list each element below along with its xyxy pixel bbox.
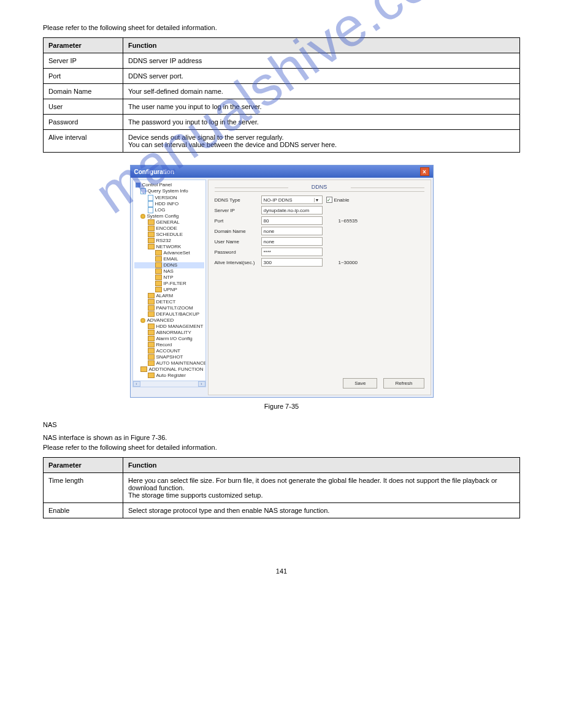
tree-version[interactable]: VERSION [134, 195, 204, 201]
figure-caption: Figure 7-35 [43, 403, 520, 410]
cell-param: User [44, 99, 123, 115]
tree-advanced[interactable]: ADVANCED [134, 317, 204, 324]
config-screenshot: Configuration × Control Panel Query Syst… [130, 165, 434, 398]
cell-func: Here you can select file size. For burn … [123, 473, 520, 503]
table-row: UserThe user name you input to log in th… [44, 99, 520, 115]
tree-alarm[interactable]: ALARM [134, 293, 204, 299]
tree-email[interactable]: EMAIL [134, 256, 204, 262]
label-password: Password [215, 249, 261, 255]
cell-func: Select storage protocol type and then en… [123, 503, 520, 518]
tree-schedule[interactable]: SCHEDULE [134, 232, 204, 238]
table1-head-func: Function [123, 38, 520, 53]
refresh-button[interactable]: Refresh [383, 378, 424, 389]
ddns-param-table: Parameter Function Server IPDDNS server … [43, 37, 520, 153]
ddns-type-select[interactable]: NO-IP DDNS ▼ [261, 195, 323, 204]
nav-tree[interactable]: Control Panel Query System Info VERSION … [132, 180, 206, 381]
table-row: PortDDNS server port. [44, 69, 520, 84]
cell-func: Device sends out alive signal to the ser… [123, 130, 520, 153]
table-row: PasswordThe password you input to log in… [44, 115, 520, 130]
user-name-input[interactable]: none [261, 237, 323, 246]
cell-func: DDNS server IP address [123, 53, 520, 69]
tree-upnp[interactable]: UPNP [134, 287, 204, 293]
label-domain-name: Domain Name [215, 229, 261, 234]
tree-encode[interactable]: ENCODE [134, 226, 204, 232]
nas-paragraph: NAS interface is shown as in Figure 7-36… [43, 433, 520, 452]
label-ddns-type: DDNS Type [215, 197, 261, 203]
tree-ddns[interactable]: DDNS [134, 262, 204, 268]
tree-ntp[interactable]: NTP [134, 275, 204, 281]
alive-interval-input[interactable]: 300 [261, 258, 323, 267]
tree-ipfilter[interactable]: IP-FILTER [134, 281, 204, 287]
window-title: Configuration [134, 169, 175, 175]
server-ip-input[interactable]: dynupdate.no-ip.com [261, 206, 323, 214]
checkbox-icon: ✓ [326, 197, 332, 203]
table1-head-param: Parameter [44, 38, 123, 53]
tree-log[interactable]: LOG [134, 207, 204, 213]
tree-alarm-io[interactable]: Alarm I/O Config [134, 336, 204, 342]
cell-func: Your self-defined domain name. [123, 84, 520, 99]
page-number: 141 [43, 567, 520, 575]
cell-func: The user name you input to log in the se… [123, 99, 520, 115]
tree-control-panel[interactable]: Control Panel [134, 182, 204, 188]
cell-param: Port [44, 69, 123, 84]
tree-nas[interactable]: NAS [134, 268, 204, 275]
ddns-type-value: NO-IP DDNS [264, 197, 293, 203]
cell-param: Time length [44, 473, 123, 503]
intro-paragraph: Please refer to the following sheet for … [43, 23, 520, 32]
tree-record[interactable]: Record [134, 342, 204, 348]
close-icon[interactable]: × [420, 167, 429, 176]
chevron-down-icon: ▼ [314, 198, 320, 202]
tree-auto-maint[interactable]: AUTO MAINTENANCE [134, 360, 204, 366]
table-row: Enable Select storage protocol type and … [44, 503, 520, 518]
cell-param: Alive interval [44, 130, 123, 153]
tree-scrollbar[interactable]: ‹ › [132, 381, 206, 387]
label-server-ip: Server IP [215, 208, 261, 213]
nas-heading: NAS [43, 421, 520, 428]
nas-param-table: Parameter Function Time length Here you … [43, 457, 520, 518]
table-row: Domain NameYour self-defined domain name… [44, 84, 520, 99]
tree-network[interactable]: NETWORK [134, 244, 204, 250]
tree-abnormality[interactable]: ABNORMALITY [134, 330, 204, 336]
label-user-name: User Name [215, 239, 261, 245]
tree-hdd-mgmt[interactable]: HDD MANAGEMENT [134, 324, 204, 330]
table-row: Server IPDDNS server IP address [44, 53, 520, 69]
panel-title: DDNS [215, 184, 424, 192]
window-titlebar: Configuration × [131, 165, 433, 178]
cell-param: Domain Name [44, 84, 123, 99]
tree-qsi[interactable]: Query System Info [134, 188, 204, 194]
table2-head-param: Parameter [44, 458, 123, 473]
scroll-right-icon[interactable]: › [198, 381, 205, 387]
tree-hdd-info[interactable]: HDD INFO [134, 201, 204, 207]
cell-param: Password [44, 115, 123, 130]
alive-hint: 1~30000 [339, 260, 358, 265]
label-port: Port [215, 218, 261, 224]
tree-default-backup[interactable]: DEFAULT/BACKUP [134, 311, 204, 317]
password-input[interactable]: **** [261, 248, 323, 256]
enable-label: Enable [334, 197, 350, 203]
table-row: Alive intervalDevice sends out alive sig… [44, 130, 520, 153]
cell-param: Enable [44, 503, 123, 518]
cell-func: The password you input to log in the ser… [123, 115, 520, 130]
port-hint: 1~65535 [339, 218, 358, 224]
tree-snapshot[interactable]: SNAPSHOT [134, 354, 204, 360]
tree-auto-reg[interactable]: Auto Register [134, 373, 204, 379]
label-alive-interval: Alive Interval(sec.) [215, 260, 261, 265]
tree-rs232[interactable]: RS232 [134, 238, 204, 244]
port-input[interactable]: 80 [261, 216, 323, 225]
cell-param: Server IP [44, 53, 123, 69]
tree-detect[interactable]: DETECT [134, 299, 204, 305]
domain-name-input[interactable]: none [261, 227, 323, 235]
table-row: Time length Here you can select file siz… [44, 473, 520, 503]
cell-func: DDNS server port. [123, 69, 520, 84]
table2-head-func: Function [123, 458, 520, 473]
tree-add-func[interactable]: ADDTIONAL FUNCTION [134, 366, 204, 373]
scroll-left-icon[interactable]: ‹ [133, 381, 140, 387]
tree-general[interactable]: GENERAL [134, 219, 204, 226]
tree-sys-config[interactable]: System Config [134, 213, 204, 219]
tree-ptz[interactable]: PAN/TILT/ZOOM [134, 305, 204, 311]
enable-checkbox[interactable]: ✓ Enable [326, 197, 350, 203]
ddns-panel: DDNS DDNS Type NO-IP DDNS ▼ ✓ Enable [208, 180, 431, 395]
tree-advanceset[interactable]: AdvanceSet [134, 250, 204, 256]
save-button[interactable]: Save [343, 378, 377, 389]
tree-account[interactable]: ACCOUNT [134, 348, 204, 354]
